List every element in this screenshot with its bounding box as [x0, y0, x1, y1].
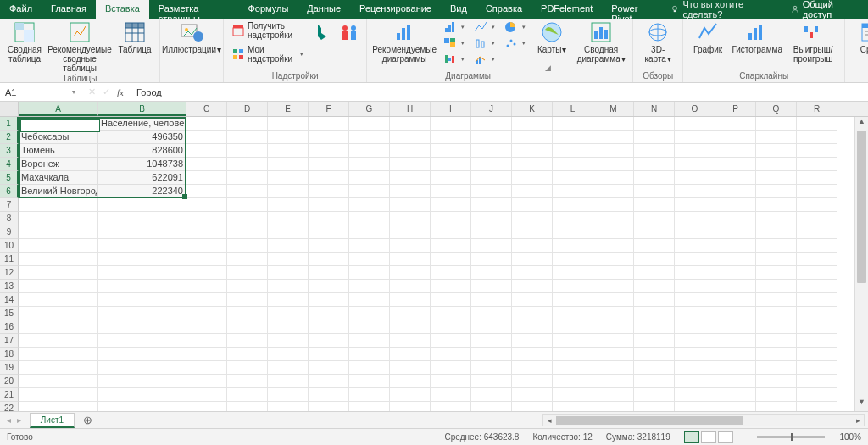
cell[interactable] [634, 388, 675, 402]
zoom-out-button[interactable]: − [747, 432, 752, 442]
cell[interactable] [349, 361, 390, 375]
cell[interactable] [186, 212, 227, 225]
cell[interactable] [553, 185, 593, 198]
cell[interactable] [756, 293, 797, 307]
tab-review[interactable]: Рецензирование [350, 0, 441, 19]
cell[interactable] [471, 280, 512, 293]
cell[interactable] [268, 225, 309, 239]
cell[interactable] [675, 171, 715, 185]
cell[interactable]: 496350 [98, 131, 186, 144]
col-header-B[interactable]: B [98, 102, 186, 116]
cell[interactable] [715, 212, 756, 225]
cell[interactable] [309, 117, 349, 131]
cell[interactable] [309, 307, 349, 320]
cell[interactable] [675, 185, 715, 198]
cell[interactable] [634, 293, 675, 307]
cell[interactable] [349, 307, 390, 320]
cell[interactable] [186, 144, 227, 158]
cell[interactable] [98, 280, 186, 293]
cell[interactable] [553, 348, 593, 361]
cell[interactable] [19, 266, 98, 280]
cell[interactable] [797, 361, 837, 375]
cell[interactable]: Махачкала [19, 171, 98, 185]
cell[interactable] [349, 320, 390, 334]
add-sheet-button[interactable]: ⊕ [75, 414, 101, 426]
cell[interactable] [431, 185, 471, 198]
cell[interactable] [797, 131, 837, 144]
cell[interactable] [756, 212, 797, 225]
cell[interactable] [512, 307, 553, 320]
cell[interactable] [309, 402, 349, 411]
cell[interactable] [349, 117, 390, 131]
cell[interactable] [715, 131, 756, 144]
cell[interactable] [227, 239, 268, 253]
cell[interactable] [268, 293, 309, 307]
cell[interactable] [715, 198, 756, 212]
row-header[interactable]: 15 [0, 307, 19, 320]
cell[interactable] [715, 388, 756, 402]
cell[interactable] [268, 334, 309, 348]
cell[interactable] [390, 361, 431, 375]
cell[interactable] [512, 375, 553, 388]
cell[interactable] [268, 280, 309, 293]
cell[interactable] [512, 388, 553, 402]
cell[interactable] [715, 320, 756, 334]
cell[interactable] [98, 375, 186, 388]
cell[interactable] [553, 402, 593, 411]
cell[interactable] [349, 280, 390, 293]
cell[interactable] [593, 348, 634, 361]
cell[interactable] [309, 361, 349, 375]
cell[interactable] [634, 131, 675, 144]
cell[interactable] [98, 253, 186, 266]
col-header-P[interactable]: P [715, 102, 756, 116]
cell[interactable] [797, 239, 837, 253]
cell[interactable] [715, 158, 756, 171]
cell[interactable] [715, 307, 756, 320]
cell[interactable] [309, 185, 349, 198]
cell[interactable] [349, 131, 390, 144]
cell[interactable] [390, 185, 431, 198]
col-header-H[interactable]: H [390, 102, 431, 116]
cell[interactable] [268, 320, 309, 334]
cell[interactable] [797, 388, 837, 402]
col-header-G[interactable]: G [349, 102, 390, 116]
cell[interactable] [512, 117, 553, 131]
row-header[interactable]: 14 [0, 293, 19, 307]
cell[interactable] [186, 198, 227, 212]
scroll-up-button[interactable]: ▲ [855, 117, 868, 131]
cell[interactable] [19, 307, 98, 320]
cell[interactable] [186, 225, 227, 239]
cell[interactable] [675, 158, 715, 171]
cell[interactable] [553, 266, 593, 280]
my-addins-button[interactable]: Мои надстройки▾ [229, 43, 307, 65]
cell[interactable] [268, 117, 309, 131]
cell[interactable] [675, 388, 715, 402]
tab-file[interactable]: Файл [0, 0, 42, 19]
row-header[interactable]: 20 [0, 375, 19, 388]
tab-help[interactable]: Справка [476, 0, 531, 19]
cell[interactable] [98, 225, 186, 239]
recommended-charts-button[interactable]: Рекомендуемые диаграммы [372, 19, 437, 64]
cell[interactable] [227, 266, 268, 280]
row-header[interactable]: 12 [0, 266, 19, 280]
cell[interactable] [715, 225, 756, 239]
cell[interactable] [675, 334, 715, 348]
cell[interactable] [227, 293, 268, 307]
cell[interactable] [634, 225, 675, 239]
cell[interactable] [471, 253, 512, 266]
cell[interactable] [756, 117, 797, 131]
cell[interactable] [98, 348, 186, 361]
cell[interactable] [512, 239, 553, 253]
hierarchy-chart-button[interactable]: ▾ [440, 36, 468, 51]
name-box[interactable]: A1 ▾ [0, 83, 81, 101]
cell[interactable] [431, 361, 471, 375]
cell[interactable] [390, 158, 431, 171]
cell[interactable] [512, 334, 553, 348]
cell[interactable] [593, 131, 634, 144]
cell[interactable] [390, 198, 431, 212]
tab-powerpivot[interactable]: Power Pivot [602, 0, 662, 19]
row-header[interactable]: 10 [0, 239, 19, 253]
sparkline-winloss-button[interactable]: Выигрыш/ проигрыш [787, 19, 839, 64]
cell[interactable] [227, 388, 268, 402]
cell[interactable] [756, 239, 797, 253]
